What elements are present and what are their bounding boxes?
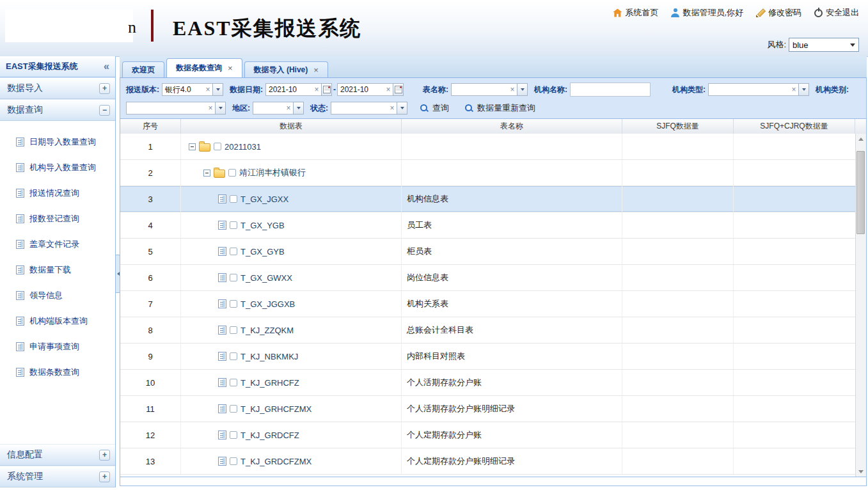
- column-header-sjfq_cjrq[interactable]: SJFQ+CJRQ数据量: [734, 119, 855, 134]
- scroll-down-button[interactable]: [856, 466, 866, 477]
- org-type-combo[interactable]: ×: [708, 83, 809, 96]
- column-header-name[interactable]: 表名称: [402, 119, 622, 134]
- checkbox[interactable]: [214, 143, 221, 150]
- table-row[interactable]: 13T_KJ_GRDCFZMX个人定期存款分户账明细记录: [120, 448, 855, 475]
- table-icon: [218, 221, 226, 230]
- clear-icon[interactable]: ×: [508, 86, 517, 93]
- checkbox[interactable]: [230, 248, 237, 255]
- clear-icon[interactable]: ×: [206, 104, 215, 112]
- sidebar-item[interactable]: 报数登记查询: [0, 206, 115, 232]
- dropdown-trigger-icon[interactable]: [798, 83, 809, 96]
- nav-home[interactable]: 系统首页: [613, 7, 658, 19]
- scroll-up-button[interactable]: [856, 134, 866, 144]
- dropdown-trigger-icon[interactable]: [517, 83, 528, 96]
- sidebar-section-info-config[interactable]: 信息配置+: [0, 444, 115, 466]
- close-icon[interactable]: ×: [228, 64, 233, 72]
- region-combo[interactable]: ×: [253, 102, 304, 115]
- sidebar-collapse-icon[interactable]: «: [104, 61, 109, 72]
- clear-icon[interactable]: ×: [203, 86, 212, 93]
- checkbox[interactable]: [230, 352, 237, 360]
- calendar-trigger-icon[interactable]: [393, 83, 404, 96]
- dropdown-trigger-icon[interactable]: [215, 102, 226, 115]
- checkbox[interactable]: [230, 379, 237, 386]
- column-header-sjfq[interactable]: SJFQ数据量: [622, 119, 734, 134]
- sidebar-item[interactable]: 申请事项查询: [0, 334, 115, 360]
- vertical-scrollbar[interactable]: [855, 134, 866, 477]
- expand-tool-icon[interactable]: +: [99, 471, 110, 482]
- status-combo[interactable]: ×: [331, 102, 407, 115]
- dropdown-trigger-icon[interactable]: [212, 83, 223, 96]
- sidebar-item[interactable]: 盖章文件记录: [0, 232, 115, 257]
- expand-tool-icon[interactable]: +: [99, 450, 110, 461]
- checkbox[interactable]: [230, 274, 237, 281]
- table-row[interactable]: 7T_GX_JGGXB机构关系表: [120, 291, 855, 317]
- table-name-combo[interactable]: ×: [451, 83, 528, 96]
- table-row[interactable]: 6T_GX_GWXX岗位信息表: [120, 265, 855, 291]
- sidebar-section-system-admin[interactable]: 系统管理+: [0, 466, 115, 487]
- table-row[interactable]: 2靖江润丰村镇银行: [120, 160, 855, 186]
- checkbox[interactable]: [230, 195, 237, 203]
- query-button[interactable]: 查询: [416, 101, 452, 115]
- sidebar-item[interactable]: 领导信息: [0, 283, 115, 308]
- collapse-tool-icon[interactable]: −: [99, 105, 110, 116]
- checkbox[interactable]: [230, 431, 237, 439]
- sjfq-cjrq-cell: [734, 186, 855, 212]
- sidebar-item[interactable]: 数据条数查询: [0, 360, 115, 385]
- checkbox[interactable]: [230, 326, 237, 334]
- table-row[interactable]: 10T_KJ_GRHCFZ个人活期存款分户账: [120, 370, 855, 396]
- column-header-num[interactable]: 序号: [120, 119, 181, 134]
- tree-cell: 靖江润丰村镇银行: [181, 160, 402, 186]
- tab-data-count-query[interactable]: 数据条数查询×: [166, 58, 242, 77]
- sidebar-item[interactable]: 机构端版本查询: [0, 308, 115, 334]
- checkbox[interactable]: [228, 169, 236, 177]
- style-select[interactable]: blue: [789, 38, 859, 52]
- date-from-field[interactable]: 2021-10 ×: [265, 83, 332, 96]
- node-label: T_KJ_GRHCFZ: [241, 378, 299, 388]
- table-row[interactable]: 5T_GX_GYB柜员表: [120, 239, 855, 265]
- nav-logout[interactable]: 安全退出: [814, 7, 859, 19]
- clear-icon[interactable]: ×: [284, 104, 293, 112]
- checkbox[interactable]: [230, 300, 237, 308]
- clear-icon[interactable]: ×: [789, 86, 798, 93]
- tab-welcome[interactable]: 欢迎页: [122, 61, 164, 77]
- checkbox[interactable]: [230, 457, 237, 465]
- clear-icon[interactable]: ×: [384, 86, 393, 93]
- dropdown-trigger-icon[interactable]: [397, 102, 407, 115]
- collapse-node-icon[interactable]: [203, 170, 210, 177]
- checkbox[interactable]: [230, 221, 237, 229]
- sidebar-item[interactable]: 日期导入数量查询: [0, 129, 115, 155]
- table-row[interactable]: 3T_GX_JGXX机构信息表: [120, 186, 855, 212]
- table-row[interactable]: 11T_KJ_GRHCFZMX个人活期存款分户账明细记录: [120, 396, 855, 422]
- table-row[interactable]: 8T_KJ_ZZQKM总账会计全科目表: [120, 317, 855, 344]
- sidebar-section-data-query[interactable]: 数据查询−: [0, 99, 115, 121]
- sidebar-item[interactable]: 报送情况查询: [0, 180, 115, 206]
- tree-node: 20211031: [181, 141, 261, 152]
- expand-tool-icon[interactable]: +: [99, 83, 110, 94]
- tab-data-import-hive[interactable]: 数据导入 (Hive)×: [244, 61, 328, 77]
- table-icon: [218, 194, 226, 203]
- column-header-table[interactable]: 数据表: [181, 119, 402, 134]
- nav-user[interactable]: 数据管理员,你好: [671, 7, 743, 19]
- checkbox[interactable]: [230, 405, 237, 413]
- clear-icon[interactable]: ×: [312, 86, 321, 93]
- close-icon[interactable]: ×: [313, 66, 319, 74]
- sidebar-section-data-import[interactable]: 数据导入+: [0, 77, 115, 99]
- dropdown-trigger-icon[interactable]: [293, 102, 304, 115]
- scrollbar-thumb[interactable]: [856, 151, 865, 234]
- table-row[interactable]: 9T_KJ_NBKMKJ内部科目对照表: [120, 344, 855, 370]
- collapse-node-icon[interactable]: [189, 143, 196, 150]
- top-header: n EAST采集报送系统 系统首页数据管理员,你好修改密码安全退出 风格: bl…: [0, 0, 868, 57]
- report-version-combo[interactable]: 银行4.0 ×: [162, 83, 223, 96]
- org-category-combo[interactable]: ×: [126, 102, 226, 115]
- clear-icon[interactable]: ×: [388, 104, 397, 112]
- date-to-field[interactable]: 2021-10 ×: [337, 83, 404, 96]
- sidebar-item[interactable]: 机构导入数量查询: [0, 155, 115, 180]
- calendar-trigger-icon[interactable]: [321, 83, 332, 96]
- org-name-input[interactable]: [570, 83, 651, 97]
- requery-data-volume-button[interactable]: 数据量重新查询: [461, 101, 539, 115]
- table-row[interactable]: 12T_KJ_GRDCFZ个人定期存款分户账: [120, 422, 855, 448]
- sidebar-item[interactable]: 数据量下载: [0, 257, 115, 283]
- table-row[interactable]: 4T_GX_YGB员工表: [120, 212, 855, 239]
- nav-password[interactable]: 修改密码: [756, 7, 801, 19]
- table-row[interactable]: 120211031: [120, 134, 855, 160]
